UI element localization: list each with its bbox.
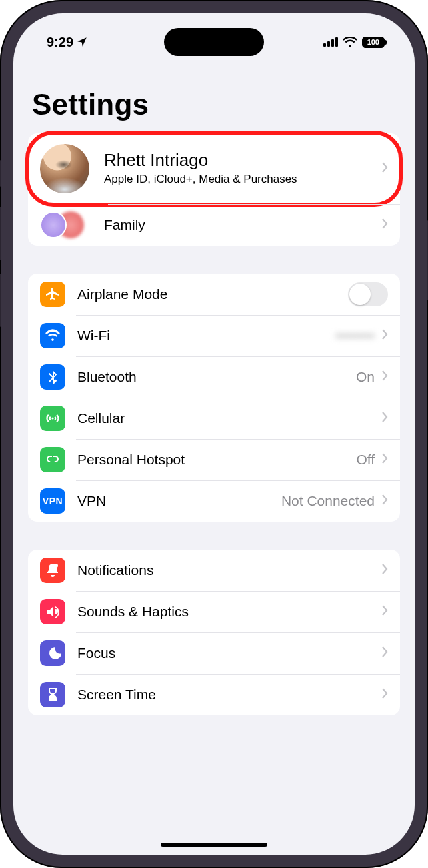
chevron-icon: [381, 494, 388, 508]
bluetooth-value: On: [356, 369, 375, 385]
chevron-icon: [381, 162, 388, 175]
focus-row[interactable]: Focus: [28, 632, 400, 674]
focus-icon: [40, 640, 65, 666]
dynamic-island: [164, 28, 264, 56]
vpn-value: Not Connected: [281, 493, 375, 509]
family-avatars: [40, 211, 89, 238]
chevron-icon: [381, 564, 388, 577]
vpn-row[interactable]: VPN VPN Not Connected: [28, 480, 400, 522]
chevron-icon: [381, 218, 388, 232]
wifi-value: ••••••••: [335, 328, 375, 344]
svg-rect-2: [331, 39, 334, 47]
page-title: Settings: [28, 60, 400, 133]
notifications-label: Notifications: [77, 562, 381, 578]
side-button: [0, 207, 1, 260]
chevron-icon: [381, 370, 388, 384]
cellular-row[interactable]: Cellular: [28, 398, 400, 439]
family-label: Family: [104, 217, 381, 233]
apple-id-row[interactable]: Rhett Intriago Apple ID, iCloud+, Media …: [28, 133, 400, 204]
profile-subtitle: Apple ID, iCloud+, Media & Purchases: [104, 172, 304, 186]
screen: 9:29 100 Settings: [13, 13, 415, 855]
screentime-row[interactable]: Screen Time: [28, 674, 400, 715]
profile-name: Rhett Intriago: [104, 151, 381, 171]
iphone-frame: 9:29 100 Settings: [0, 0, 428, 868]
svg-rect-3: [335, 37, 338, 47]
cellular-icon: [323, 37, 338, 47]
chevron-icon: [381, 688, 388, 701]
wifi-row[interactable]: Wi-Fi ••••••••: [28, 315, 400, 356]
notifications-row[interactable]: Notifications: [28, 550, 400, 591]
focus-label: Focus: [77, 645, 381, 661]
battery-indicator: 100: [362, 37, 387, 48]
battery-level: 100: [367, 38, 379, 46]
wifi-label: Wi-Fi: [77, 328, 335, 344]
bluetooth-icon: [40, 364, 65, 390]
home-indicator[interactable]: [161, 843, 267, 847]
wifi-row-icon: [40, 323, 65, 348]
avatar: [40, 144, 89, 193]
svg-rect-1: [327, 41, 330, 47]
sounds-label: Sounds & Haptics: [77, 604, 381, 620]
network-group: Airplane Mode Wi-Fi •••••••• Bluetooth: [28, 274, 400, 522]
side-button: [0, 274, 1, 327]
wifi-icon: [343, 37, 357, 47]
hotspot-label: Personal Hotspot: [77, 452, 356, 468]
airplane-toggle[interactable]: [348, 282, 388, 306]
chevron-icon: [381, 605, 388, 618]
side-button: [0, 160, 1, 187]
chevron-icon: [381, 412, 388, 425]
system-group: Notifications Sounds & Haptics Focus: [28, 550, 400, 715]
hotspot-icon: [40, 447, 65, 472]
hotspot-value: Off: [356, 452, 375, 468]
screentime-label: Screen Time: [77, 687, 381, 703]
svg-point-4: [54, 564, 58, 568]
hotspot-row[interactable]: Personal Hotspot Off: [28, 439, 400, 480]
cellular-label: Cellular: [77, 410, 381, 426]
cellular-icon: [40, 406, 65, 431]
screentime-icon: [40, 682, 65, 707]
location-icon: [76, 36, 88, 48]
family-row[interactable]: Family: [28, 204, 400, 246]
bluetooth-row[interactable]: Bluetooth On: [28, 356, 400, 398]
status-time: 9:29: [47, 35, 73, 50]
profile-group: Rhett Intriago Apple ID, iCloud+, Media …: [28, 133, 400, 246]
sounds-icon: [40, 599, 65, 624]
chevron-icon: [381, 646, 388, 660]
chevron-icon: [381, 453, 388, 466]
sounds-row[interactable]: Sounds & Haptics: [28, 591, 400, 632]
vpn-label: VPN: [77, 493, 281, 509]
vpn-icon: VPN: [40, 488, 65, 514]
airplane-icon: [40, 282, 65, 307]
notifications-icon: [40, 558, 65, 583]
bluetooth-label: Bluetooth: [77, 369, 356, 385]
chevron-icon: [381, 329, 388, 342]
airplane-mode-row[interactable]: Airplane Mode: [28, 274, 400, 315]
svg-rect-0: [323, 43, 326, 47]
airplane-label: Airplane Mode: [77, 286, 348, 302]
